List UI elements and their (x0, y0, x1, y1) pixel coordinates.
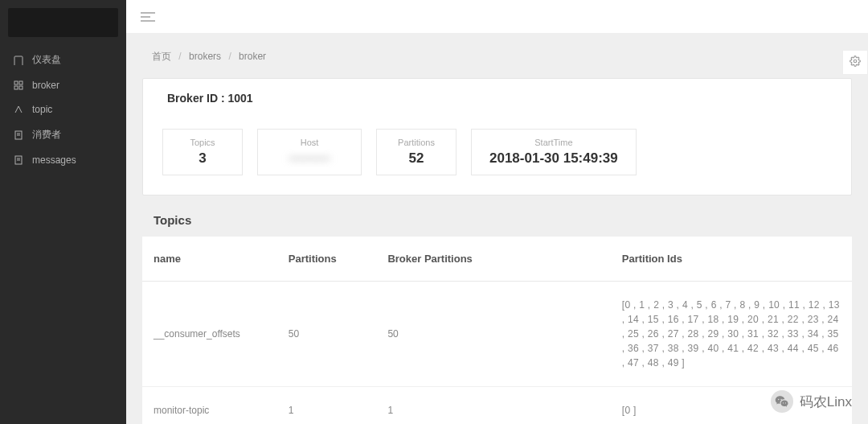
stat-starttime: StartTime 2018-01-30 15:49:39 (471, 129, 637, 175)
breadcrumb-sep: / (178, 51, 181, 62)
sidebar-item-label: messages (32, 154, 76, 166)
stat-label: Topics (181, 138, 224, 147)
stat-label: Host (276, 138, 343, 147)
stat-label: StartTime (489, 138, 618, 147)
breadcrumb-current: broker (239, 51, 266, 62)
consumer-icon (13, 130, 24, 141)
breadcrumb: 首页 / brokers / broker (142, 43, 852, 70)
breadcrumb-brokers[interactable]: brokers (189, 51, 221, 62)
svg-rect-2 (19, 81, 23, 84)
broker-info-card: Broker ID : 1001 Topics 3 Host ——— Parti… (142, 78, 852, 196)
sidebar-item-consumer[interactable]: 消费者 (0, 121, 126, 148)
watermark-text: 码农Linx (800, 393, 852, 411)
cell-partition-ids: [0 , 1 , 2 , 3 , 4 , 5 , 6 , 7 , 8 , 9 ,… (611, 282, 852, 387)
settings-button[interactable] (842, 50, 868, 75)
svg-rect-1 (14, 81, 18, 84)
cell-partitions: 50 (277, 282, 377, 387)
col-partitions: Partitions (277, 237, 377, 282)
stat-value: 3 (181, 150, 224, 167)
topics-table: name Partitions Broker Partitions Partit… (142, 237, 852, 424)
cell-name: monitor-topic (142, 387, 277, 425)
table-row[interactable]: __consumer_offsets 50 50 [0 , 1 , 2 , 3 … (142, 282, 852, 387)
sidebar-item-label: 仪表盘 (32, 53, 61, 67)
col-name: name (142, 237, 277, 282)
stat-value: 52 (395, 150, 438, 167)
logo-area (8, 8, 118, 37)
sidebar-item-messages[interactable]: messages (0, 148, 126, 172)
sidebar-item-broker[interactable]: broker (0, 73, 126, 97)
cell-partitions: 1 (277, 387, 377, 425)
menu-toggle-button[interactable] (141, 11, 155, 23)
cell-broker-partitions: 50 (376, 282, 610, 387)
sidebar-item-dashboard[interactable]: 仪表盘 (0, 47, 126, 73)
cell-name: __consumer_offsets (142, 282, 277, 387)
stat-host: Host ——— (257, 129, 362, 175)
breadcrumb-sep: / (228, 51, 231, 62)
broker-id-title: Broker ID : 1001 (143, 79, 851, 117)
sidebar: 仪表盘 broker topic 消费者 messages (0, 0, 126, 424)
messages-icon (13, 154, 24, 166)
breadcrumb-home[interactable]: 首页 (152, 51, 171, 62)
svg-rect-0 (14, 56, 23, 65)
content: 首页 / brokers / broker Broker ID : 1001 T… (126, 34, 868, 424)
sidebar-item-label: 消费者 (32, 128, 61, 142)
watermark: 码农Linx (771, 390, 852, 413)
broker-icon (13, 80, 24, 91)
sidebar-item-label: broker (32, 80, 59, 91)
svg-rect-4 (19, 86, 23, 89)
stat-topics: Topics 3 (162, 129, 243, 175)
col-broker-partitions: Broker Partitions (376, 237, 610, 282)
col-partition-ids: Partition Ids (611, 237, 852, 282)
sidebar-item-label: topic (32, 104, 52, 115)
svg-point-14 (854, 60, 857, 63)
main: 首页 / brokers / broker Broker ID : 1001 T… (126, 0, 868, 424)
stat-value: ——— (276, 150, 343, 167)
stat-label: Partitions (395, 138, 438, 147)
table-row[interactable]: monitor-topic 1 1 [0 ] (142, 387, 852, 425)
sidebar-item-topic[interactable]: topic (0, 97, 126, 121)
wechat-icon (771, 390, 793, 413)
topics-section-title: Topics (142, 210, 852, 237)
svg-rect-3 (14, 86, 18, 89)
gear-icon (850, 56, 861, 67)
stat-value: 2018-01-30 15:49:39 (489, 150, 618, 167)
dashboard-icon (13, 55, 24, 66)
cell-broker-partitions: 1 (376, 387, 610, 425)
topbar (126, 0, 868, 34)
topic-icon (13, 104, 24, 115)
stat-partitions: Partitions 52 (376, 129, 457, 175)
